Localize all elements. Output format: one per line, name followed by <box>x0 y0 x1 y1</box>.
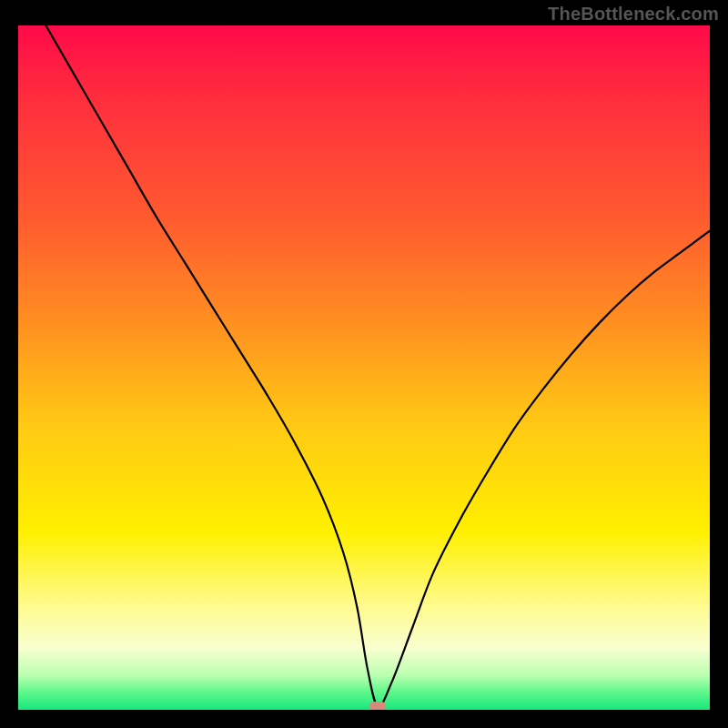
chart-stage: TheBottleneck.com <box>0 0 728 728</box>
bottleneck-curve <box>46 25 710 707</box>
plot-area <box>18 25 710 710</box>
curve-svg <box>18 25 710 710</box>
watermark-text: TheBottleneck.com <box>548 4 719 25</box>
minimum-marker <box>369 702 386 710</box>
